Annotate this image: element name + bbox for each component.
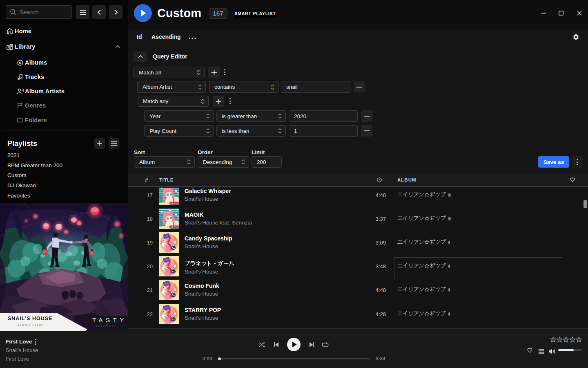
svg-text:SNAIL’S HOUSE: SNAIL’S HOUSE <box>8 316 53 321</box>
svg-text:BETAMAXI: BETAMAXI <box>96 325 116 327</box>
svg-text:FIRST LOVE: FIRST LOVE <box>18 323 45 327</box>
svg-text:TASTY: TASTY <box>92 316 127 323</box>
